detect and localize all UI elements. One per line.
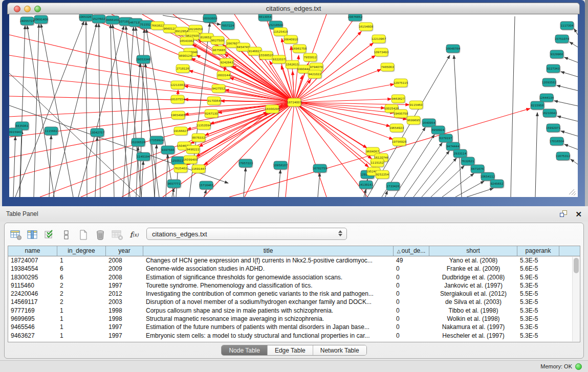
zoom-window-icon[interactable] — [34, 6, 41, 12]
graph-node[interactable]: 9322037 — [272, 55, 287, 64]
tab-node-table[interactable]: Node Table — [222, 345, 267, 355]
table-row[interactable]: 946554611997Estimation of the future num… — [8, 323, 580, 331]
graph-node[interactable]: 9245652 — [490, 180, 505, 189]
graph-node[interactable]: 11691447 — [191, 165, 206, 174]
graph-node[interactable]: 17016504 — [550, 137, 564, 146]
graph-node[interactable]: 15716465 — [199, 181, 214, 190]
minimize-window-icon[interactable] — [24, 6, 31, 12]
graph-node[interactable]: 9329966 — [550, 50, 564, 59]
graph-node[interactable]: 20876852 — [348, 14, 363, 22]
column-header-pagerank[interactable]: pagerank — [517, 246, 559, 256]
table-row[interactable]: 946362711997Embryonic stem cells: a mode… — [8, 332, 580, 340]
graph-node[interactable]: 1117304 — [560, 21, 575, 31]
graph-node[interactable]: 12093582 — [542, 78, 557, 87]
graph-node[interactable]: 1115152 — [371, 159, 385, 168]
graph-node[interactable]: 16099489 — [183, 156, 198, 165]
table-settings-icon[interactable] — [10, 229, 22, 240]
table-row[interactable]: 1938455462009Genome-wide association stu… — [8, 265, 580, 273]
graph-node[interactable]: 9170064 — [207, 97, 222, 106]
graph-node[interactable]: 8267130 — [205, 110, 219, 119]
new-column-icon[interactable] — [77, 229, 90, 240]
graph-node[interactable]: 1145194 — [137, 152, 151, 162]
graph-node[interactable]: 12213383 — [170, 81, 185, 90]
graph-node[interactable]: 9421022 — [308, 70, 322, 79]
graph-node[interactable]: 16648784 — [446, 45, 461, 54]
graph-node[interactable]: 8813054 — [258, 14, 273, 22]
graph-node[interactable]: 9498222 — [186, 145, 201, 155]
graph-node[interactable]: 6379197 — [439, 134, 453, 143]
graph-node[interactable]: 9463627 — [391, 95, 406, 104]
graph-node[interactable]: 12213967 — [372, 35, 386, 44]
graph-node[interactable]: 7857224 — [221, 21, 235, 31]
graph-node[interactable]: 9242843 — [220, 58, 234, 68]
graph-node[interactable]: 7485063 — [381, 63, 395, 72]
graph-node[interactable]: 19654985 — [171, 111, 186, 120]
graph-node[interactable]: 7625402 — [174, 164, 188, 173]
graph-node[interactable]: 19654923 — [389, 124, 404, 133]
graph-node[interactable]: 29053346 — [136, 55, 151, 64]
tab-network-table[interactable]: Network Table — [313, 345, 366, 355]
graph-node[interactable]: 15588520 — [259, 51, 274, 60]
close-panel-icon[interactable]: ✕ — [575, 210, 582, 218]
vertical-scrollbar[interactable] — [572, 257, 579, 341]
tab-edge-table[interactable]: Edge Table — [267, 345, 313, 355]
graph-node[interactable]: 2803144 — [217, 71, 231, 80]
graph-node[interactable]: 2718126 — [176, 64, 190, 74]
graph-node[interactable]: 8958924 — [431, 126, 446, 135]
table-row[interactable]: 911546021997Tourette syndrome. Phenomeno… — [8, 281, 580, 290]
graph-node[interactable]: 20206526 — [131, 138, 146, 147]
graph-node[interactable]: 16093809 — [203, 14, 217, 24]
graph-node[interactable]: 13042757 — [90, 128, 105, 138]
graph-node[interactable]: 19495758 — [394, 110, 408, 119]
float-panel-icon[interactable] — [560, 210, 568, 218]
graph-node[interactable]: 9115460 — [409, 101, 424, 110]
graph-node[interactable]: 16154808 — [359, 23, 374, 32]
graph-node[interactable]: 8215958 — [531, 101, 545, 111]
network-selector-dropdown[interactable]: citations_edges.txt — [146, 228, 347, 240]
column-header-year[interactable]: year — [106, 246, 143, 256]
graph-node[interactable]: 1115682 — [45, 127, 59, 136]
graph-node[interactable]: 1733426 — [386, 182, 401, 191]
graph-node[interactable]: 9427552 — [212, 84, 226, 94]
graph-node[interactable]: 9699695 — [407, 116, 421, 125]
graph-node[interactable]: 11353594 — [197, 121, 211, 130]
graph-node[interactable]: 11675312 — [556, 152, 571, 161]
graph-node[interactable]: 16210643 — [542, 109, 557, 118]
window-titlebar[interactable]: citations_edges.txt — [7, 3, 580, 14]
table-row[interactable]: 1456911722003Disruption of a novel membe… — [8, 298, 580, 306]
column-header-short[interactable]: short — [429, 246, 517, 256]
column-header-title[interactable]: title — [143, 246, 394, 256]
graph-node[interactable]: 19756928 — [392, 138, 407, 147]
graph-node[interactable]: 16961758 — [292, 45, 307, 54]
graph-node[interactable]: 9252254 — [376, 170, 390, 180]
graph-node[interactable]: 24055724 — [20, 17, 35, 26]
graph-node[interactable]: 9827508 — [211, 36, 225, 46]
graph-node[interactable]: 9227343 — [547, 64, 561, 74]
row-height-icon[interactable] — [60, 229, 73, 240]
function-builder-icon[interactable]: f(x) — [128, 229, 140, 240]
graph-node[interactable]: 3915941 — [9, 128, 23, 137]
graph-node[interactable]: 15751074 — [555, 35, 570, 44]
column-visibility-icon[interactable] — [27, 229, 39, 240]
graph-node[interactable]: 9397588 — [161, 146, 176, 155]
graph-node[interactable]: 14138141 — [359, 181, 374, 190]
delete-icon[interactable] — [94, 229, 106, 240]
scrollbar-thumb[interactable] — [574, 258, 579, 273]
table-row[interactable]: 969969511998Structural magnetic resonanc… — [8, 315, 580, 323]
column-header-in_degree[interactable]: in_degree — [57, 246, 106, 256]
graph-node[interactable]: 17359924 — [149, 136, 164, 145]
graph-node[interactable]: 16782759 — [313, 164, 328, 173]
graph-node[interactable]: 9657771 — [167, 180, 182, 189]
graph-node[interactable]: 16640910 — [284, 35, 298, 45]
graph-node[interactable]: 9890124 — [179, 52, 193, 61]
table-row[interactable]: 1830029562008Estimation of significance … — [8, 273, 580, 281]
graph-node[interactable]: 17957223 — [238, 159, 253, 168]
graph-node[interactable]: 19166827 — [173, 127, 188, 136]
graph-node[interactable]: 18107554 — [170, 95, 185, 104]
resize-grip-icon[interactable] — [569, 189, 576, 195]
network-canvas[interactable]: 2405572420691406106532671527602846616010… — [9, 14, 578, 197]
column-header-name[interactable]: name — [8, 246, 57, 256]
table-row[interactable]: 977716911998Corpus callosum shape and si… — [8, 307, 580, 315]
graph-node[interactable]: 15992971 — [546, 124, 561, 133]
table-row[interactable]: 2242004622012Investigating the contribut… — [8, 290, 580, 298]
